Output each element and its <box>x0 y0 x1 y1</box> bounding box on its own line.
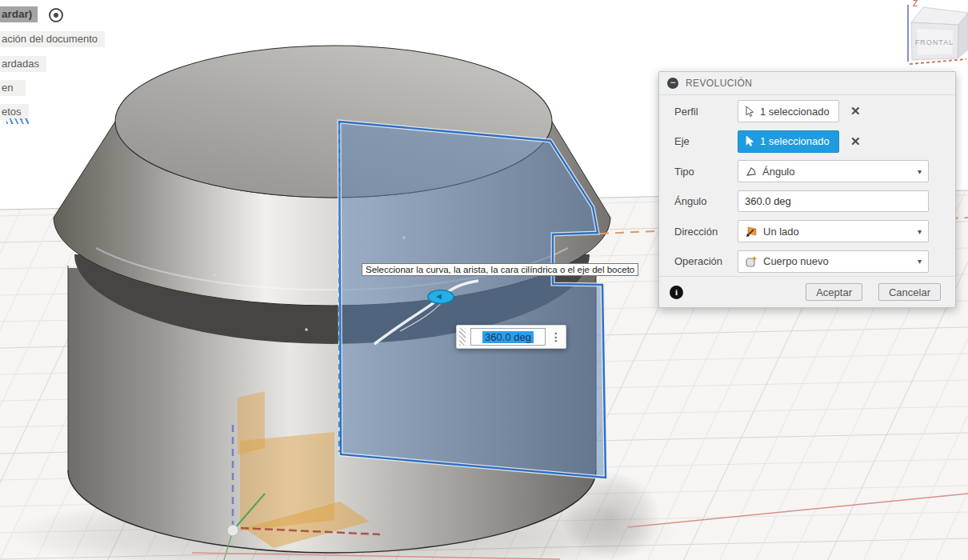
row-direccion: Dirección Un lado ▾ <box>674 220 955 242</box>
more-options-icon[interactable]: ⋮ <box>550 331 562 342</box>
browser-item-document-settings[interactable]: ación del documento <box>0 31 105 47</box>
chevron-down-icon: ▾ <box>918 227 922 236</box>
info-icon[interactable]: i <box>670 286 683 299</box>
chevron-down-icon: ▾ <box>918 257 922 266</box>
perfil-clear-button[interactable]: ✕ <box>850 104 861 118</box>
eje-selection-button[interactable]: 1 seleccionado <box>738 130 839 153</box>
field-label-perfil: Perfil <box>674 106 738 118</box>
viewcube-front-face-label[interactable]: FRONTAL <box>915 38 954 46</box>
revolve-dialog: − REVOLUCIÓN Perfil 1 seleccionado ✕ Eje <box>658 71 956 308</box>
view-cube[interactable]: FRONTAL Z <box>908 0 968 64</box>
dialog-footer: i Aceptar Cancelar <box>659 276 955 307</box>
field-label-operacion: Operación <box>674 255 738 267</box>
operacion-value: Cuerpo nuevo <box>763 255 829 267</box>
viewcube-z-label: Z <box>913 0 918 8</box>
direccion-value: Un lado <box>763 226 799 238</box>
cancel-button[interactable]: Cancelar <box>878 283 941 301</box>
row-perfil: Perfil 1 seleccionado ✕ <box>674 100 955 122</box>
dialog-header[interactable]: − REVOLUCIÓN <box>659 72 955 95</box>
field-label-tipo: Tipo <box>674 166 738 178</box>
perfil-selection-button[interactable]: 1 seleccionado <box>738 100 839 122</box>
row-tipo: Tipo Ángulo ▾ <box>674 160 955 182</box>
browser-item-document-title[interactable]: ardar) <box>0 6 38 22</box>
angulo-input[interactable] <box>738 190 929 212</box>
field-label-direccion: Dirección <box>674 226 738 238</box>
operacion-dropdown[interactable]: Cuerpo nuevo ▾ <box>738 250 929 273</box>
row-eje: Eje 1 seleccionado ✕ <box>674 130 955 153</box>
tipo-dropdown[interactable]: Ángulo ▾ <box>738 160 929 182</box>
new-body-icon <box>745 255 758 268</box>
application-viewport: FRONTAL Z ardar) ación del documento ard… <box>0 0 968 560</box>
origin-point[interactable] <box>227 525 238 536</box>
drag-handle[interactable] <box>459 328 466 346</box>
sketch-highlight-dashes <box>6 118 30 124</box>
field-label-angulo: Ángulo <box>674 195 738 207</box>
angle-inline-input[interactable]: 360.0 deg <box>470 328 546 346</box>
browser-item-named-views[interactable]: ardadas <box>0 56 46 72</box>
dialog-title: REVOLUCIÓN <box>686 78 752 89</box>
field-label-eje: Eje <box>674 135 738 147</box>
perfil-selection-count: 1 seleccionado <box>760 106 830 118</box>
angle-inline-value: 360.0 deg <box>482 331 534 343</box>
row-operacion: Operación Cuerpo nuevo ▾ <box>674 250 955 273</box>
accept-button[interactable]: Aceptar <box>806 283 862 301</box>
angle-icon <box>745 166 757 177</box>
tipo-value: Ángulo <box>762 166 794 178</box>
row-angulo: Ángulo <box>674 190 955 213</box>
one-side-icon <box>745 226 758 238</box>
direccion-dropdown[interactable]: Un lado ▾ <box>738 220 929 242</box>
record-icon[interactable] <box>49 8 63 22</box>
eje-selection-count: 1 seleccionado <box>760 135 830 147</box>
browser-item-sketches[interactable]: etos <box>0 104 29 120</box>
chevron-down-icon: ▾ <box>918 167 922 176</box>
pointer-icon <box>744 106 755 118</box>
eje-clear-button[interactable]: ✕ <box>850 134 861 149</box>
floating-angle-input[interactable]: 360.0 deg ⋮ <box>456 325 566 349</box>
selection-tooltip: Seleccionar la curva, la arista, la cara… <box>362 263 638 276</box>
pointer-icon <box>744 135 755 147</box>
browser-item-origin[interactable]: en <box>0 80 26 96</box>
collapse-icon[interactable]: − <box>667 78 678 89</box>
